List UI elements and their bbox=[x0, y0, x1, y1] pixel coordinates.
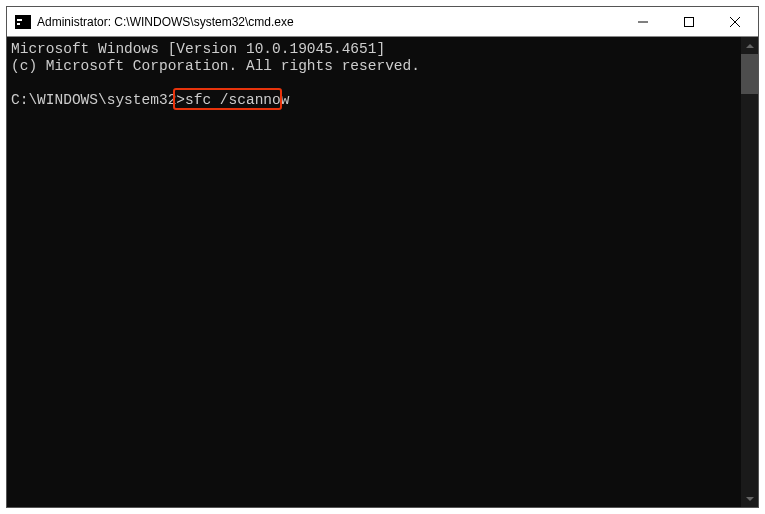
version-line: Microsoft Windows [Version 10.0.19045.46… bbox=[11, 41, 385, 57]
close-icon bbox=[730, 17, 740, 27]
scroll-thumb[interactable] bbox=[741, 54, 758, 94]
scroll-down-button[interactable] bbox=[741, 490, 758, 507]
chevron-up-icon bbox=[746, 44, 754, 48]
console-output[interactable]: Microsoft Windows [Version 10.0.19045.46… bbox=[7, 37, 741, 507]
maximize-icon bbox=[684, 17, 694, 27]
prompt-text: C:\WINDOWS\system32> bbox=[11, 92, 185, 108]
maximize-button[interactable] bbox=[666, 7, 712, 36]
minimize-icon bbox=[638, 17, 648, 27]
console-area: Microsoft Windows [Version 10.0.19045.46… bbox=[7, 37, 758, 507]
cmd-icon bbox=[15, 15, 31, 29]
command-text[interactable]: sfc /scannow bbox=[185, 92, 289, 108]
svg-rect-1 bbox=[685, 17, 694, 26]
cmd-window: Administrator: C:\WINDOWS\system32\cmd.e… bbox=[6, 6, 759, 508]
vertical-scrollbar[interactable] bbox=[741, 37, 758, 507]
window-controls bbox=[620, 7, 758, 36]
titlebar[interactable]: Administrator: C:\WINDOWS\system32\cmd.e… bbox=[7, 7, 758, 37]
minimize-button[interactable] bbox=[620, 7, 666, 36]
close-button[interactable] bbox=[712, 7, 758, 36]
copyright-line: (c) Microsoft Corporation. All rights re… bbox=[11, 58, 420, 74]
chevron-down-icon bbox=[746, 497, 754, 501]
scroll-up-button[interactable] bbox=[741, 37, 758, 54]
window-title: Administrator: C:\WINDOWS\system32\cmd.e… bbox=[37, 15, 620, 29]
